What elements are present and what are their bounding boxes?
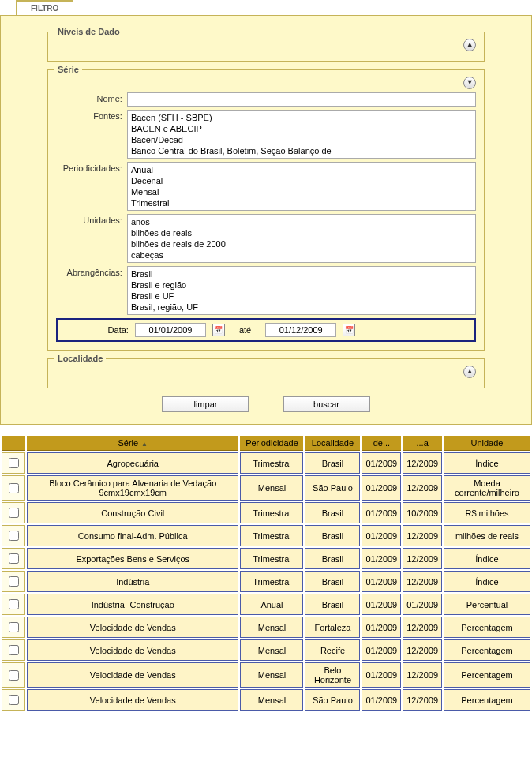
table-row: Velocidade de VendasMensalSão Paulo01/20…	[2, 689, 530, 711]
cell-unidade: Percentual	[444, 594, 530, 615]
tab-filtro[interactable]: FILTRO	[16, 0, 73, 15]
cell-localidade: Brasil	[305, 548, 360, 569]
row-checkbox[interactable]	[9, 622, 19, 632]
cell-a: 12/2009	[403, 639, 442, 661]
input-nome[interactable]	[127, 92, 476, 107]
list-item[interactable]: Banco Central, ABECIP e CAIXA	[129, 156, 474, 159]
col-a[interactable]: ...a	[403, 436, 442, 451]
list-item[interactable]: Brasil	[129, 268, 474, 279]
cell-de: 01/2009	[362, 502, 401, 523]
cell-periodicidade: Trimestral	[240, 525, 303, 546]
listbox-fontes[interactable]: Bacen (SFH - SBPE)BACEN e ABECIPBacen/De…	[127, 110, 476, 159]
table-row: IndústriaTrimestralBrasil01/200912/2009Í…	[2, 571, 530, 592]
list-item[interactable]: BACEN e ABECIP	[129, 123, 474, 134]
list-item[interactable]: Brasil, região, UF	[129, 302, 474, 313]
cell-serie: Construção Civil	[27, 502, 238, 523]
table-row: Indústria- ConstruçãoAnualBrasil01/20090…	[2, 594, 530, 615]
cell-unidade: Percentagem	[444, 617, 530, 638]
list-item[interactable]: Bacen/Decad	[129, 134, 474, 145]
cell-de: 01/2009	[362, 662, 401, 688]
cell-periodicidade: Trimestral	[240, 452, 303, 474]
list-item[interactable]: Brasil e UF	[129, 291, 474, 302]
row-checkbox[interactable]	[9, 695, 19, 705]
cell-localidade: Brasil	[305, 571, 360, 592]
row-checkbox[interactable]	[9, 670, 19, 681]
collapse-niveis-icon[interactable]: ▲	[463, 39, 476, 51]
row-checkbox-cell	[2, 475, 25, 501]
cell-periodicidade: Mensal	[240, 639, 303, 661]
list-item[interactable]: anos	[129, 216, 474, 227]
col-de[interactable]: de...	[362, 436, 401, 451]
label-periodicidades: Periodicidades:	[56, 162, 127, 173]
cell-periodicidade: Mensal	[240, 689, 303, 711]
cell-unidade: Índice	[444, 548, 530, 569]
row-checkbox[interactable]	[9, 531, 19, 541]
row-checkbox[interactable]	[9, 576, 19, 587]
row-checkbox[interactable]	[9, 553, 19, 564]
cell-unidade: R$ milhões	[444, 502, 530, 523]
row-checkbox[interactable]	[9, 483, 19, 493]
fieldset-niveis: Níveis de Dado ▲	[47, 32, 485, 62]
cell-de: 01/2009	[362, 639, 401, 661]
input-data-from[interactable]	[135, 323, 206, 337]
calendar-from-icon[interactable]: 📅	[212, 324, 225, 336]
col-unidade[interactable]: Unidade	[444, 436, 530, 451]
list-item[interactable]: Bacen (SFH - SBPE)	[129, 112, 474, 123]
list-item[interactable]: Anual	[129, 164, 474, 175]
cell-serie: Indústria	[27, 571, 238, 592]
row-checkbox[interactable]	[9, 599, 19, 609]
col-localidade[interactable]: Localidade	[305, 436, 360, 451]
row-checkbox-cell	[2, 452, 25, 474]
row-nome: Nome:	[56, 92, 476, 107]
cell-a: 12/2009	[403, 548, 442, 569]
cell-localidade: Brasil	[305, 502, 360, 523]
cell-a: 01/2009	[403, 594, 442, 615]
cell-periodicidade: Mensal	[240, 662, 303, 688]
list-item[interactable]: bilhões de reais	[129, 227, 474, 238]
collapse-serie-icon[interactable]: ▼	[463, 77, 476, 89]
list-item[interactable]: bilhões de reais de 2000	[129, 238, 474, 249]
label-nome: Nome:	[56, 92, 127, 103]
calendar-to-icon[interactable]: 📅	[343, 324, 355, 336]
cell-unidade: Percentagem	[444, 689, 530, 711]
cell-periodicidade: Anual	[240, 594, 303, 615]
label-ate: até	[231, 325, 259, 335]
row-checkbox[interactable]	[9, 508, 19, 518]
cell-localidade: Belo Horizonte	[305, 662, 360, 688]
input-data-to[interactable]	[265, 323, 336, 337]
col-periodicidade[interactable]: Periodicidade	[240, 436, 303, 451]
cell-localidade: Brasil	[305, 594, 360, 615]
label-data: Data:	[62, 325, 129, 335]
list-item[interactable]: Banco Central do Brasil, Boletim, Seção …	[129, 145, 474, 156]
table-row: Exportações Bens e ServiçosTrimestralBra…	[2, 548, 530, 569]
listbox-unidades[interactable]: anosbilhões de reaisbilhões de reais de …	[127, 214, 476, 263]
cell-a: 12/2009	[403, 571, 442, 592]
cell-unidade: milhões de reais	[444, 525, 530, 546]
list-item[interactable]: Brasil e região	[129, 279, 474, 291]
cell-serie: Bloco Cerâmico para Alvenaria de Vedação…	[27, 475, 238, 501]
list-item[interactable]: Trimestral	[129, 197, 474, 208]
row-checkbox-cell	[2, 639, 25, 661]
label-abrangencias: Abrangências:	[56, 266, 127, 277]
table-row: Velocidade de VendasMensalFortaleza01/20…	[2, 617, 530, 638]
buscar-button[interactable]: buscar	[283, 396, 370, 412]
listbox-abrangencias[interactable]: BrasilBrasil e regiãoBrasil e UFBrasil, …	[127, 266, 476, 315]
table-row: AgropecuáriaTrimestralBrasil01/200912/20…	[2, 452, 530, 474]
row-checkbox[interactable]	[9, 458, 19, 468]
col-checkbox	[2, 436, 25, 451]
button-row: limpar buscar	[9, 396, 523, 412]
listbox-periodicidades[interactable]: AnualDecenalMensalTrimestral	[127, 162, 476, 211]
list-item[interactable]: cabeças	[129, 249, 474, 261]
table-row: Velocidade de VendasMensalRecife01/20091…	[2, 639, 530, 661]
list-item[interactable]: Mensal	[129, 186, 474, 197]
cell-localidade: Brasil	[305, 452, 360, 474]
cell-serie: Indústria- Construção	[27, 594, 238, 615]
row-checkbox[interactable]	[9, 645, 19, 655]
cell-localidade: Recife	[305, 639, 360, 661]
col-serie[interactable]: Série▲	[27, 436, 238, 451]
cell-a: 12/2009	[403, 662, 442, 688]
limpar-button[interactable]: limpar	[162, 396, 249, 412]
table-row: Consumo final-Adm. PúblicaTrimestralBras…	[2, 525, 530, 546]
collapse-localidade-icon[interactable]: ▲	[463, 366, 476, 378]
list-item[interactable]: Decenal	[129, 175, 474, 186]
